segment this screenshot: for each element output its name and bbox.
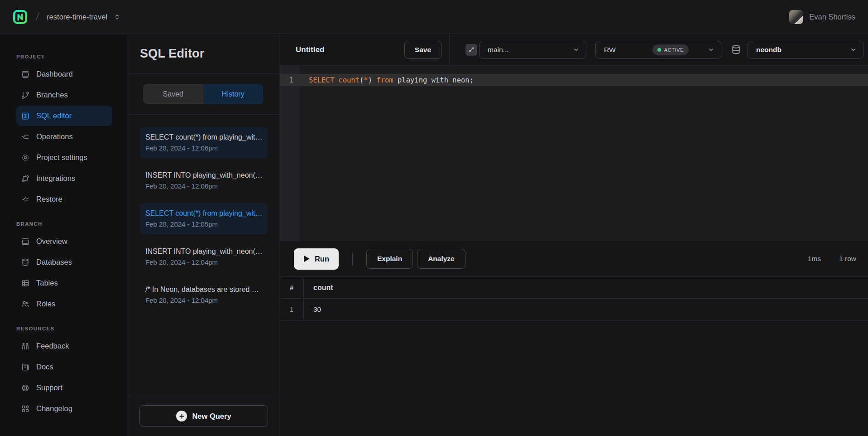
results-header-count: count [304,277,333,298]
code-text: SELECT count(*) from playing_with_neon; [299,76,474,84]
branch-select[interactable]: main... [479,41,586,59]
queries-panel-footer: New Query [128,396,279,436]
branches-icon [21,91,30,100]
changelog-icon [21,404,30,413]
history-query-text: SELECT count(*) from playing_wit… [145,132,262,143]
analyze-button[interactable]: Analyze [417,249,465,269]
breadcrumb-separator: / [35,11,40,23]
sidebar-item-integrations[interactable]: Integrations [16,168,112,189]
project-switcher-icon[interactable] [113,13,121,21]
explain-button[interactable]: Explain [366,249,413,269]
history-item[interactable]: INSERT INTO playing_with_neon(… Feb 20, … [140,165,268,196]
history-query-text: INSERT INTO playing_with_neon(… [145,170,262,181]
results-empty-area [280,321,868,436]
results-header-index: # [280,277,304,298]
query-title: Untitled [296,45,324,54]
chevron-down-icon [850,46,857,53]
docs-icon [21,363,30,372]
sidebar-item-label: Roles [36,300,55,308]
chevron-down-icon [573,46,580,53]
sidebar-item-label: Restore [36,195,62,203]
results-table: # count 1 30 [280,276,868,321]
branch-icon [465,44,477,56]
sidebar-item-dashboard[interactable]: Dashboard [16,64,112,84]
divider [352,252,353,266]
database-icon [730,44,742,55]
user-name: Evan Shortiss [809,13,855,21]
user-menu[interactable]: Evan Shortiss [789,10,855,24]
databases-icon [21,258,30,267]
sidebar-item-feedback[interactable]: Feedback [16,336,112,356]
sidebar-item-databases[interactable]: Databases [16,252,112,272]
sidebar-item-label: Docs [36,363,53,371]
sidebar-item-changelog[interactable]: Changelog [16,398,112,419]
history-query-text: INSERT INTO playing_with_neon(… [145,246,262,257]
results-data-row: 1 30 [280,299,868,321]
sidebar-item-sql-editor[interactable]: SQL editor [16,106,112,126]
history-item[interactable]: SELECT count(*) from playing_wit… Feb 20… [140,127,268,158]
code-line-active: 1 SELECT count(*) from playing_with_neon… [280,74,868,86]
run-label: Run [315,255,329,263]
results-cell-index: 1 [280,299,304,320]
sidebar-item-label: Branches [36,91,68,99]
tab-history[interactable]: History [203,84,264,104]
results-cell-count: 30 [304,299,321,320]
connection-controls: main... RW ACTIVE [450,34,868,65]
sidebar-item-support[interactable]: Support [16,378,112,398]
sidebar-item-roles[interactable]: Roles [16,294,112,314]
sidebar-item-label: Databases [36,258,72,266]
sidebar-item-docs[interactable]: Docs [16,357,112,377]
queries-panel: SQL Editor Saved History SELECT count(*)… [128,34,280,436]
sidebar-item-restore[interactable]: Restore [16,189,112,209]
tab-saved[interactable]: Saved [143,84,203,104]
integrations-icon [21,174,30,183]
restore-icon [21,195,30,204]
status-label: ACTIVE [664,47,684,53]
play-icon [303,255,310,262]
history-item-selected[interactable]: SELECT count(*) from playing_wit… Feb 20… [140,203,268,234]
sidebar-item-label: Changelog [36,404,72,413]
sidebar-item-project-settings[interactable]: Project settings [16,147,112,168]
sidebar-section-label: RESOURCES [0,326,128,336]
sidebar-item-label: SQL editor [36,111,72,120]
plus-icon [176,411,187,421]
page-title: SQL Editor [140,47,205,61]
breadcrumb-project-name: restore-time-travel [47,13,107,21]
top-bar: / restore-time-travel Evan Shortiss [0,0,868,34]
compute-select[interactable]: RW ACTIVE [595,41,721,59]
history-timestamp: Feb 20, 2024 - 12:06pm [145,181,262,191]
editor-gutter [280,66,299,241]
neon-logo[interactable] [13,10,28,24]
sidebar-section-resources: RESOURCES Feedback Docs Support Changelo… [0,326,128,419]
run-button[interactable]: Run [294,248,339,270]
overview-icon [21,237,30,246]
query-stats: 1ms 1 row [808,255,856,263]
history-item[interactable]: /* In Neon, databases are stored … Feb 2… [140,279,268,310]
editor-panel: Untitled Save main... RW ACTIVE [280,34,868,436]
avatar [789,10,803,24]
database-select[interactable]: neondb [748,41,863,59]
history-list: SELECT count(*) from playing_wit… Feb 20… [128,115,279,396]
query-row-count: 1 row [839,255,856,263]
sidebar-item-tables[interactable]: Tables [16,273,112,293]
queries-tabs: Saved History [128,74,279,115]
tables-icon [21,279,30,288]
chevron-down-icon [708,46,715,53]
history-timestamp: Feb 20, 2024 - 12:05pm [145,219,262,229]
status-badge: ACTIVE [652,44,689,55]
sidebar-item-label: Feedback [36,342,69,350]
sql-code-editor[interactable]: 1 SELECT count(*) from playing_with_neon… [280,66,868,241]
sidebar-item-overview[interactable]: Overview [16,231,112,252]
new-query-label: New Query [192,412,231,421]
new-query-button[interactable]: New Query [139,405,268,427]
sidebar-item-branches[interactable]: Branches [16,85,112,105]
sidebar-item-operations[interactable]: Operations [16,126,112,147]
query-tab-area: Untitled Save [280,34,450,65]
sidebar-item-label: Operations [36,132,73,141]
sidebar-item-label: Dashboard [36,70,73,78]
history-item[interactable]: INSERT INTO playing_with_neon(… Feb 20, … [140,241,268,272]
sidebar: PROJECT Dashboard Branches SQL editor Op… [0,34,128,436]
sql-editor-icon [21,111,30,121]
save-button[interactable]: Save [404,41,441,59]
sidebar-item-label: Support [36,383,62,392]
